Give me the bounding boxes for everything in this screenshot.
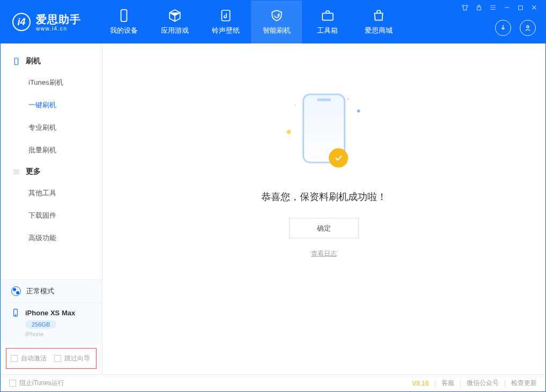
checkbox-auto-activate[interactable]: 自动激活 xyxy=(11,354,47,363)
tshirt-icon[interactable] xyxy=(461,4,469,11)
version-label: V8.16 xyxy=(412,380,429,387)
sidebar-item-label: 专业刷机 xyxy=(28,123,56,131)
close-icon[interactable] xyxy=(530,4,538,11)
app-name: 爱思助手 xyxy=(36,13,81,25)
footer-link-check-update[interactable]: 检查更新 xyxy=(511,379,537,388)
device-capacity-badge: 256GB xyxy=(25,320,56,329)
svg-point-8 xyxy=(15,315,16,315)
nav-label: 我的设备 xyxy=(110,26,138,35)
nav-label: 智能刷机 xyxy=(263,26,291,35)
checkbox-icon xyxy=(11,355,18,362)
sidebar-item-label: iTunes刷机 xyxy=(28,78,63,86)
refresh-shield-icon xyxy=(270,9,284,23)
account-button[interactable] xyxy=(520,20,536,36)
sidebar-item-label: 下载固件 xyxy=(28,211,56,219)
maximize-icon[interactable] xyxy=(517,4,524,11)
sidebar-item-batch-flash[interactable]: 批量刷机 xyxy=(1,139,102,161)
sidebar-item-itunes-flash[interactable]: iTunes刷机 xyxy=(1,71,102,94)
confirm-button[interactable]: 确定 xyxy=(289,218,359,238)
logo-mark-icon: i4 xyxy=(12,13,31,31)
svg-point-5 xyxy=(527,26,529,28)
sidebar-item-label: 一键刷机 xyxy=(28,101,56,109)
phone-icon xyxy=(12,57,20,65)
mode-label: 正常模式 xyxy=(26,286,54,296)
footer-link-wechat[interactable]: 微信公众号 xyxy=(467,379,499,388)
nav-apps-games[interactable]: 应用游戏 xyxy=(149,1,200,43)
sidebar-item-label: 高级功能 xyxy=(28,234,56,242)
mode-icon xyxy=(11,286,21,296)
briefcase-icon xyxy=(321,9,335,23)
phone-icon xyxy=(11,308,20,317)
sidebar-item-label: 批量刷机 xyxy=(28,146,56,154)
window-controls xyxy=(461,4,538,11)
list-icon xyxy=(12,168,20,176)
status-bar: 阻止iTunes运行 V8.16 | 客服 | 微信公众号 | 检查更新 xyxy=(1,374,545,391)
minimize-icon[interactable] xyxy=(503,4,511,11)
sidebar-item-label: 其他工具 xyxy=(28,189,56,197)
checkbox-icon xyxy=(9,380,16,387)
sidebar-item-pro-flash[interactable]: 专业刷机 xyxy=(1,116,102,139)
device-mode-row[interactable]: 正常模式 xyxy=(1,279,102,302)
sidebar-group-flash: 刷机 xyxy=(1,51,102,71)
device-name: iPhone XS Max xyxy=(25,309,75,317)
svg-rect-1 xyxy=(222,10,230,21)
svg-rect-3 xyxy=(477,7,481,10)
checkbox-icon xyxy=(54,355,61,362)
menu-icon[interactable] xyxy=(489,4,497,11)
nav-my-device[interactable]: 我的设备 xyxy=(98,1,149,43)
view-log-link[interactable]: 查看日志 xyxy=(311,249,337,257)
shopping-bag-icon xyxy=(372,9,386,23)
checkbox-label: 阻止iTunes运行 xyxy=(19,379,64,388)
nav-toolbox[interactable]: 工具箱 xyxy=(302,1,353,43)
cube-icon xyxy=(168,9,182,23)
titlebar: i4 爱思助手 www.i4.cn 我的设备 应用游戏 铃声壁纸 智能刷机 xyxy=(1,1,545,43)
top-nav: 我的设备 应用游戏 铃声壁纸 智能刷机 工具箱 爱思商城 xyxy=(98,1,404,43)
sidebar-item-advanced[interactable]: 高级功能 xyxy=(1,227,102,249)
download-icon xyxy=(499,24,507,32)
device-type: iPhone xyxy=(25,331,93,337)
svg-rect-4 xyxy=(519,5,523,10)
nav-smart-flash[interactable]: 智能刷机 xyxy=(251,1,302,43)
music-file-icon xyxy=(219,9,233,23)
sidebar-item-download-firmware[interactable]: 下载固件 xyxy=(1,204,102,227)
success-title: 恭喜您，保资料刷机成功啦！ xyxy=(211,190,437,203)
lock-icon[interactable] xyxy=(475,4,483,11)
app-logo: i4 爱思助手 www.i4.cn xyxy=(1,12,93,32)
checkbox-label: 自动激活 xyxy=(21,354,47,363)
nav-store[interactable]: 爱思商城 xyxy=(353,1,404,43)
nav-label: 铃声壁纸 xyxy=(212,26,240,35)
nav-label: 爱思商城 xyxy=(365,26,393,35)
checkbox-block-itunes[interactable]: 阻止iTunes运行 xyxy=(9,379,64,388)
group-label: 刷机 xyxy=(26,56,41,66)
checkbox-label: 跳过向导 xyxy=(64,354,90,363)
phone-icon xyxy=(117,9,131,23)
sidebar: 刷机 iTunes刷机 一键刷机 专业刷机 批量刷机 更多 其他工具 下载固件 … xyxy=(1,43,102,374)
sidebar-item-other-tools[interactable]: 其他工具 xyxy=(1,182,102,204)
nav-label: 工具箱 xyxy=(317,26,338,35)
main-content: 恭喜您，保资料刷机成功啦！ 确定 查看日志 xyxy=(102,43,545,374)
nav-label: 应用游戏 xyxy=(161,26,189,35)
sidebar-group-more: 更多 xyxy=(1,161,102,182)
svg-rect-6 xyxy=(14,58,18,65)
sidebar-item-one-click-flash[interactable]: 一键刷机 xyxy=(1,94,102,116)
app-url: www.i4.cn xyxy=(36,26,81,32)
svg-rect-0 xyxy=(121,10,127,21)
svg-rect-2 xyxy=(322,13,333,20)
user-icon xyxy=(523,24,532,32)
group-label: 更多 xyxy=(26,167,41,176)
download-manager-button[interactable] xyxy=(495,20,511,36)
checkbox-skip-wizard[interactable]: 跳过向导 xyxy=(54,354,90,363)
check-badge-icon xyxy=(329,148,348,167)
device-info-block[interactable]: iPhone XS Max 256GB iPhone xyxy=(1,302,102,344)
footer-link-support[interactable]: 客服 xyxy=(441,379,454,388)
success-illustration xyxy=(284,93,364,174)
highlighted-options: 自动激活 跳过向导 xyxy=(6,348,97,369)
nav-ringtone-wallpaper[interactable]: 铃声壁纸 xyxy=(200,1,251,43)
